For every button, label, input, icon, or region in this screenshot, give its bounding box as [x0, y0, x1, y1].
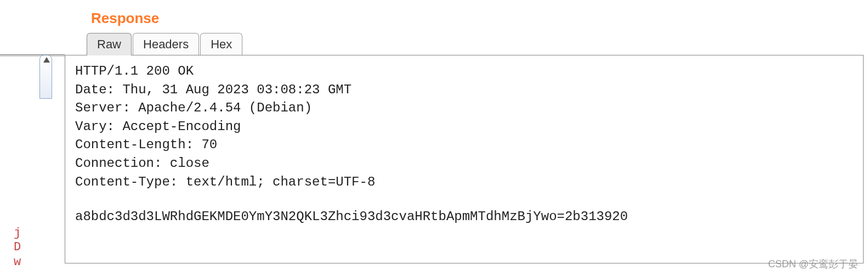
response-body: a8bdc3d3d3LWRhdGEKMDE0YmY3N2QKL3Zhci93d3… — [75, 207, 863, 226]
frag-line-1: j — [14, 226, 21, 240]
tab-headers[interactable]: Headers — [133, 33, 199, 55]
status-line: HTTP/1.1 200 OK — [75, 64, 194, 78]
left-gutter: j D w — [0, 0, 52, 275]
frag-line-2: D — [14, 240, 21, 255]
response-content[interactable]: HTTP/1.1 200 OK Date: Thu, 31 Aug 2023 0… — [65, 55, 864, 263]
arrow-up-icon[interactable] — [43, 57, 50, 63]
tab-bar: Raw Headers Hex — [87, 32, 868, 55]
header-date: Date: Thu, 31 Aug 2023 03:08:23 GMT — [75, 82, 351, 97]
header-server: Server: Apache/2.4.54 (Debian) — [75, 100, 312, 115]
header-connection: Connection: close — [75, 156, 209, 171]
tab-raw[interactable]: Raw — [87, 33, 132, 55]
response-panel: Response Raw Headers Hex HTTP/1.1 200 OK… — [65, 0, 868, 275]
header-content-type: Content-Type: text/html; charset=UTF-8 — [75, 175, 375, 189]
panel-title: Response — [91, 10, 868, 27]
header-content-length: Content-Length: 70 — [75, 137, 217, 152]
frag-line-3: w — [14, 255, 21, 270]
watermark: CSDN @安鸾彭于晏 — [768, 257, 858, 271]
left-code-fragment: j D w — [14, 226, 21, 270]
response-headers-block: HTTP/1.1 200 OK Date: Thu, 31 Aug 2023 0… — [75, 62, 863, 191]
tab-hex[interactable]: Hex — [200, 33, 242, 55]
header-vary: Vary: Accept-Encoding — [75, 119, 241, 134]
